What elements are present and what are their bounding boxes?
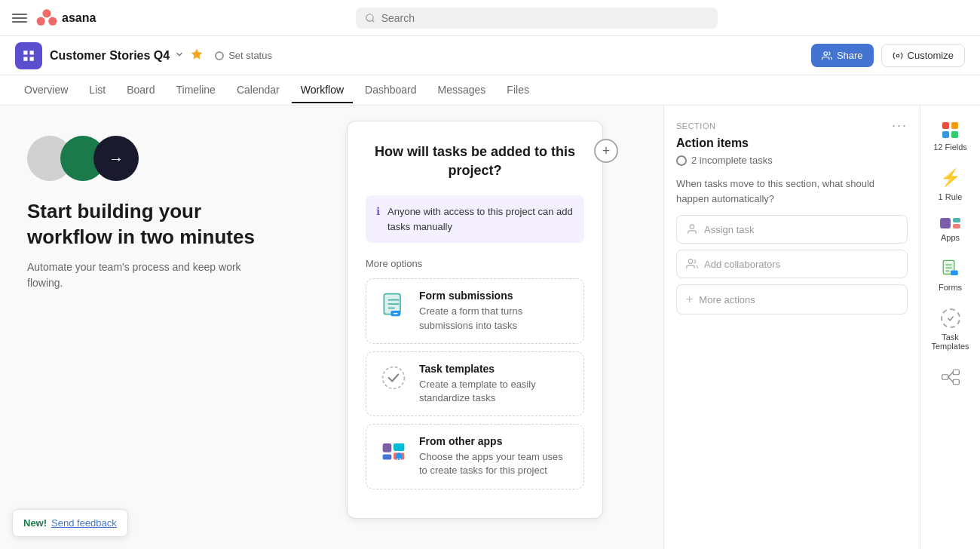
incomplete-tasks-icon (676, 155, 687, 166)
svg-point-10 (824, 51, 828, 55)
more-options-label: More options (366, 258, 584, 269)
section-header: Section ··· (676, 118, 908, 133)
tab-dashboard[interactable]: Dashboard (356, 78, 426, 103)
left-panel-title: Start building your workflow in two minu… (27, 199, 274, 250)
task-templates-panel-icon (941, 308, 960, 328)
incomplete-tasks-count: 2 incomplete tasks (691, 155, 773, 166)
plus-icon: + (686, 293, 693, 306)
lightning-icon: ⚡ (940, 168, 960, 188)
svg-marker-9 (191, 49, 201, 59)
fields-label: 12 Fields (933, 143, 967, 152)
forms-icon-card[interactable]: Forms (926, 251, 975, 298)
apps-icon-card[interactable]: Apps (926, 210, 975, 248)
other-apps-option[interactable]: ... From other apps Choose the apps your… (366, 424, 584, 489)
section-title: Action items (676, 136, 908, 150)
manual-task-option: ℹ Anyone with access to this project can… (366, 195, 584, 243)
svg-rect-22 (394, 443, 404, 451)
card-title: How will tasks be added to this project? (366, 143, 584, 180)
customize-button[interactable]: Customize (881, 44, 965, 67)
other-apps-desc: Choose the apps your team uses to create… (419, 450, 571, 477)
add-collaborators-icon (686, 258, 698, 270)
tab-overview[interactable]: Overview (15, 78, 77, 103)
svg-point-11 (896, 54, 899, 57)
flow-icon-card[interactable] (926, 360, 975, 393)
task-templates-panel-label: Task Templates (931, 333, 970, 351)
status-dot-icon (215, 51, 224, 60)
svg-rect-21 (383, 455, 392, 460)
project-icon (15, 42, 42, 69)
feedback-bar: New! Send feedback (12, 509, 128, 537)
other-apps-icon: ... (378, 435, 409, 465)
incomplete-tasks-row: 2 incomplete tasks (676, 155, 908, 166)
task-templates-icon-card[interactable]: Task Templates (926, 301, 975, 357)
svg-point-19 (383, 367, 405, 388)
assign-task-button[interactable]: Assign task (676, 215, 908, 244)
forms-icon (941, 259, 960, 278)
form-submissions-icon (378, 290, 409, 320)
set-status-label: Set status (228, 50, 272, 61)
svg-point-0 (42, 9, 51, 17)
add-collaborators-button[interactable]: Add collaborators (676, 250, 908, 278)
project-star-icon[interactable] (191, 48, 203, 63)
svg-point-2 (48, 17, 57, 25)
fields-icon-card[interactable]: 12 Fields (926, 115, 975, 158)
other-apps-title: From other apps (419, 435, 571, 447)
more-actions-button[interactable]: + More actions (676, 284, 908, 314)
task-templates-title: Task templates (419, 363, 571, 375)
svg-rect-7 (23, 57, 27, 60)
svg-rect-35 (953, 379, 959, 385)
svg-point-26 (690, 225, 694, 228)
section-label: Section (676, 121, 715, 130)
hamburger-menu-icon[interactable] (12, 11, 27, 26)
nav-tabs: Overview List Board Timeline Calendar Wo… (0, 75, 980, 106)
form-submissions-option[interactable]: Form submissions Create a form that turn… (366, 278, 584, 343)
right-panel: Section ··· Action items 2 incomplete ta… (663, 106, 920, 549)
svg-rect-5 (23, 51, 27, 54)
svg-point-1 (37, 17, 45, 25)
svg-line-4 (372, 20, 374, 22)
share-button[interactable]: Share (811, 44, 874, 67)
section-automation-question: When tasks move to this section, what sh… (676, 176, 908, 206)
section-more-menu-button[interactable]: ··· (892, 118, 908, 133)
svg-rect-20 (383, 443, 392, 452)
header-actions: Share Customize (811, 44, 965, 67)
share-label: Share (837, 50, 863, 61)
customize-label: Customize (908, 50, 954, 61)
project-chevron-icon[interactable] (174, 49, 185, 63)
project-name: Customer Stories Q4 (50, 49, 170, 63)
fields-icon (942, 122, 958, 138)
apps-icon (940, 218, 960, 228)
tab-timeline[interactable]: Timeline (167, 78, 225, 103)
flow-icon (941, 367, 960, 387)
workflow-circles-illustration (27, 136, 274, 181)
manual-task-text: Anyone with access to this project can a… (387, 204, 574, 234)
tab-messages[interactable]: Messages (429, 78, 495, 103)
apps-label: Apps (941, 233, 960, 242)
svg-point-3 (366, 14, 372, 20)
task-templates-option[interactable]: Task templates Create a template to easi… (366, 351, 584, 416)
tab-workflow[interactable]: Workflow (292, 78, 353, 103)
more-actions-label: More actions (699, 294, 755, 305)
tab-list[interactable]: List (80, 78, 115, 103)
set-status-button[interactable]: Set status (215, 50, 272, 61)
svg-rect-8 (30, 57, 34, 60)
info-icon: ℹ (376, 205, 380, 217)
task-source-card: How will tasks be added to this project?… (347, 121, 603, 519)
add-section-button[interactable]: + (594, 139, 618, 163)
main-content: Start building your workflow in two minu… (0, 106, 980, 549)
form-submissions-desc: Create a form that turns submissions int… (419, 305, 571, 332)
left-panel-subtitle: Automate your team's process and keep wo… (27, 259, 274, 291)
tab-files[interactable]: Files (498, 78, 538, 103)
svg-point-27 (688, 259, 692, 263)
feedback-link[interactable]: Send feedback (51, 517, 117, 529)
task-templates-desc: Create a template to easily standardize … (419, 378, 571, 405)
search-bar[interactable] (356, 8, 718, 29)
search-input[interactable] (381, 12, 709, 24)
tab-calendar[interactable]: Calendar (228, 78, 289, 103)
forms-label: Forms (939, 283, 962, 292)
task-templates-icon (378, 363, 409, 393)
left-panel: Start building your workflow in two minu… (0, 106, 302, 549)
rules-icon-card[interactable]: ⚡ 1 Rule (926, 161, 975, 207)
tab-board[interactable]: Board (118, 78, 164, 103)
project-header: Customer Stories Q4 Set status Share Cus… (0, 36, 980, 75)
